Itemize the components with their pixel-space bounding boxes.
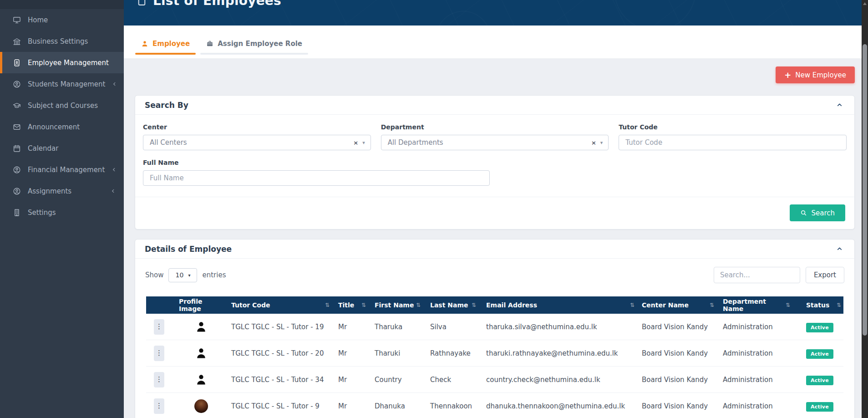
envelope-icon	[12, 122, 21, 131]
table-header-row: Profile Image Tutor Code⇅ Title⇅ First N…	[146, 296, 843, 314]
search-fields-row: Center All Centers × ▾ Department All De…	[143, 123, 847, 150]
clipboard-icon	[136, 0, 147, 6]
row-actions-button[interactable]: ⋮	[154, 346, 164, 361]
department-field: Department All Departments × ▾	[381, 123, 609, 150]
new-employee-button[interactable]: + New Employee	[776, 66, 855, 83]
tab-employee[interactable]: Employee	[135, 40, 196, 55]
sidebar-item-calendar[interactable]: Calendar	[0, 138, 124, 159]
full-name-input[interactable]	[150, 174, 484, 182]
column-header-last-name[interactable]: Last Name⇅	[424, 296, 479, 314]
sidebar-item-assignments[interactable]: Assignments	[0, 180, 124, 202]
department-label: Department	[381, 123, 609, 131]
sidebar-item-financial-management[interactable]: Financial Management	[0, 159, 124, 180]
briefcase-icon	[206, 40, 213, 47]
sidebar-item-employee-management[interactable]: Employee Management	[0, 52, 124, 73]
cell-first-name: Tharuka	[369, 323, 424, 331]
column-header-first-name[interactable]: First Name⇅	[369, 296, 424, 314]
table-search-input[interactable]	[714, 267, 800, 283]
department-select[interactable]: All Departments × ▾	[381, 135, 609, 150]
row-actions-button[interactable]: ⋮	[154, 319, 164, 335]
sidebar-item-business-settings[interactable]: Business Settings	[0, 31, 124, 52]
center-select[interactable]: All Centers × ▾	[143, 135, 371, 150]
clear-icon[interactable]: ×	[353, 139, 358, 146]
sidebar-item-announcement[interactable]: Announcement	[0, 116, 124, 138]
caret-down-icon[interactable]: ▾	[362, 140, 365, 146]
monitor-icon	[12, 15, 21, 24]
status-badge: Active	[806, 402, 833, 412]
collapse-button[interactable]	[835, 244, 844, 254]
full-name-label: Full Name	[143, 159, 490, 166]
column-header-department-name[interactable]: Department Name⇅	[717, 296, 793, 314]
clear-icon[interactable]: ×	[591, 139, 596, 146]
sidebar-item-home[interactable]: Home	[0, 9, 124, 31]
sort-icon[interactable]: ⇅	[416, 302, 421, 308]
search-button[interactable]: Search	[790, 204, 845, 221]
sort-icon[interactable]: ⇅	[837, 302, 841, 308]
row-actions-button[interactable]: ⋮	[154, 398, 164, 414]
scrollbar-up-arrow[interactable]	[863, 2, 867, 5]
entries-select[interactable]: 10 ▾	[168, 268, 197, 282]
sort-icon[interactable]: ⇅	[472, 302, 476, 308]
sort-icon[interactable]: ⇅	[325, 302, 330, 308]
sidebar-item-settings[interactable]: Settings	[0, 202, 124, 223]
user-circle-icon	[12, 165, 21, 174]
id-card-icon	[12, 58, 21, 67]
table-row: ⋮ TGLC TGLC - SL - Tutor - 19 Mr Tharuka…	[146, 314, 843, 340]
sidebar-nav: Home Business Settings Employee Manageme…	[0, 9, 124, 223]
cell-center-name: Board Vision Kandy	[638, 376, 717, 384]
cell-email: country.check@nethumina.edu.lk	[479, 376, 638, 384]
search-panel-footer: Search	[135, 197, 854, 229]
sidebar-item-label: Business Settings	[28, 37, 116, 46]
scrollbar-thumb[interactable]	[863, 44, 867, 336]
page-header: List of Employees	[124, 0, 862, 25]
cell-tutor-code: TGLC TGLC - SL - Tutor - 19	[223, 323, 333, 331]
cell-title: Mr	[333, 349, 369, 357]
vertical-scrollbar[interactable]	[862, 0, 868, 418]
sidebar-top-band	[0, 0, 124, 9]
entries-label: entries	[202, 271, 226, 279]
cell-last-name: Check	[424, 376, 479, 384]
chevron-left-icon	[112, 82, 117, 87]
details-panel: Details of Employee Show 10 ▾ entries Ex…	[135, 239, 855, 418]
cell-center-name: Board Vision Kandy	[638, 349, 717, 357]
sort-icon[interactable]: ⇅	[630, 302, 635, 308]
tutor-code-input[interactable]	[625, 138, 841, 147]
center-select-value: All Centers	[150, 138, 353, 147]
status-badge: Active	[806, 349, 833, 359]
tab-assign-employee-role[interactable]: Assign Employee Role	[200, 40, 308, 55]
column-header-tutor-code[interactable]: Tutor Code⇅	[223, 296, 333, 314]
sidebar-item-label: Assignments	[28, 187, 103, 195]
sidebar-item-label: Subject and Courses	[28, 102, 116, 110]
export-button[interactable]: Export	[806, 267, 844, 283]
row-actions-button[interactable]: ⋮	[154, 372, 164, 387]
sidebar-item-label: Students Management	[28, 80, 105, 88]
user-circle-icon	[12, 187, 21, 195]
sort-icon[interactable]: ⇅	[786, 302, 790, 308]
caret-down-icon[interactable]: ▾	[600, 140, 603, 146]
column-header-email[interactable]: Email Address⇅	[479, 296, 638, 314]
new-employee-label: New Employee	[795, 71, 846, 79]
collapse-button[interactable]	[835, 100, 844, 110]
cell-last-name: Thennakoon	[424, 402, 479, 410]
sort-icon[interactable]: ⇅	[361, 302, 366, 308]
table-row: ⋮ TGLC TGLC - SL - Tutor - 20 Mr Tharuki…	[146, 340, 843, 367]
column-header-center-name[interactable]: Center Name⇅	[638, 296, 717, 314]
sidebar-item-subject-and-courses[interactable]: Subject and Courses	[0, 95, 124, 116]
column-header-title[interactable]: Title⇅	[333, 296, 369, 314]
table-right-controls: Export	[714, 267, 844, 283]
tutor-code-field: Tutor Code	[619, 123, 847, 150]
cell-title: Mr	[333, 402, 369, 410]
cell-first-name: Tharuki	[369, 349, 424, 357]
sort-icon[interactable]: ⇅	[710, 302, 714, 308]
tab-inactive-underline	[200, 53, 308, 55]
sidebar-item-label: Announcement	[28, 123, 116, 131]
cell-email: tharuki.rathnayake@nethumina.edu.lk	[479, 349, 638, 357]
sidebar-item-students-management[interactable]: Students Management	[0, 73, 124, 95]
chevron-up-icon	[837, 246, 843, 252]
graduation-cap-icon	[12, 101, 21, 110]
center-label: Center	[143, 123, 371, 131]
cell-last-name: Rathnayake	[424, 349, 479, 357]
column-header-status[interactable]: Status⇅	[793, 296, 844, 314]
cell-center-name: Board Vision Kandy	[638, 402, 717, 410]
content-area: + New Employee Search By Center All Cent…	[124, 58, 862, 418]
